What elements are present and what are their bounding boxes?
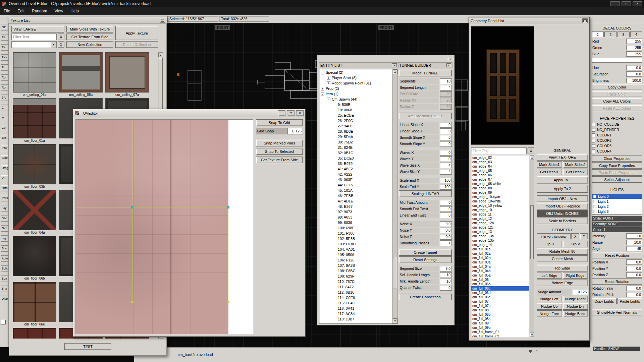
new-collection-button[interactable]: New Collection xyxy=(66,41,113,48)
nudge-up-button[interactable]: Nudge Up xyxy=(537,303,562,310)
reset-position-button[interactable]: Reset Position xyxy=(592,252,642,258)
left-toolbar-item[interactable]: Ligh xyxy=(1,235,8,242)
entity-tree-item[interactable]: 29: 5D4A xyxy=(320,134,392,139)
decal-list-item[interactable]: om_full_08c xyxy=(471,317,529,321)
maximize-icon[interactable]: □ xyxy=(287,110,294,116)
scale-to-borders-button[interactable]: Scale to Borders xyxy=(537,218,588,224)
scroll-up-icon[interactable] xyxy=(158,53,163,57)
menu-item[interactable]: Random xyxy=(28,7,51,15)
entity-tree-item[interactable]: 111: 8472 xyxy=(320,284,392,290)
entity-tree-item[interactable]: 116: 0A41 xyxy=(320,306,392,311)
tunnel-builder-titlebar[interactable]: TUNNEL BUILDER × xyxy=(398,62,452,68)
texture-thumbnail[interactable] xyxy=(105,52,149,93)
float-icon[interactable] xyxy=(582,18,588,23)
create-tunnel-button[interactable]: Create Tunnel xyxy=(399,249,452,256)
uv-editor-titlebar[interactable]: UVEditor − □ × xyxy=(73,109,305,117)
checkbox[interactable] xyxy=(592,139,595,142)
entity-tree-item[interactable]: 27: 94F0 xyxy=(320,123,392,129)
texture-thumbnail[interactable] xyxy=(13,236,56,276)
decal-view-button[interactable]: View: TEXTURE xyxy=(537,154,588,161)
flip-x-button[interactable]: X xyxy=(571,233,579,239)
decal-list-item[interactable]: om_edge_11 xyxy=(471,212,529,217)
texture-thumbnail[interactable] xyxy=(13,328,56,339)
entity-tree-item[interactable]: 43: 063E xyxy=(320,177,392,182)
texture-thumbnail[interactable] xyxy=(13,52,56,93)
value-box[interactable]: 4 xyxy=(440,169,452,175)
checkbox[interactable] xyxy=(592,144,595,148)
apply-texture-button[interactable]: Apply Texture xyxy=(115,26,158,40)
value-box[interactable]: 10.0 xyxy=(626,240,642,245)
value-box[interactable]: 0 xyxy=(440,285,452,291)
decal-color-tab[interactable]: 3 xyxy=(618,32,630,37)
decal-list-item[interactable]: om_full_07a xyxy=(471,304,529,308)
decal-list-item[interactable]: om_full_07 xyxy=(471,299,529,304)
float-icon[interactable] xyxy=(160,18,165,23)
value-box[interactable]: 0 xyxy=(440,122,452,128)
chevron-down-icon[interactable] xyxy=(51,42,56,48)
checkbox[interactable] xyxy=(593,205,596,208)
decal-list-item[interactable]: om_edge_02 xyxy=(471,156,529,160)
decal-list-item[interactable]: om_full_frame_02 xyxy=(471,334,529,337)
left-toolbar-item[interactable]: CoF xyxy=(1,125,8,131)
decal-list-item[interactable]: om_full_04a xyxy=(471,264,529,269)
light-security-row[interactable]: Security: NONE xyxy=(592,222,642,227)
texture-thumbnail[interactable] xyxy=(13,282,56,322)
value-box[interactable]: 10 xyxy=(440,272,452,278)
value-box[interactable]: 1 xyxy=(440,240,452,246)
scroll-down-icon[interactable] xyxy=(530,332,534,337)
texture-cell[interactable]: om_floor_06b xyxy=(11,236,58,281)
uv-handle[interactable] xyxy=(227,301,229,303)
left-toolbar-item[interactable]: Disp xyxy=(1,296,8,302)
texture-cell[interactable]: om_floor_04a xyxy=(11,190,58,235)
menu-item[interactable]: Edit xyxy=(14,7,28,15)
entity-tree-item[interactable]: + Player Start (8) xyxy=(320,75,392,80)
top-edge-button[interactable]: Top Edge xyxy=(537,265,588,272)
left-toolbar-item[interactable]: Drag xyxy=(1,165,8,171)
maximize-icon[interactable]: □ xyxy=(622,1,631,6)
arc-direction-button[interactable]: Arc Direction: RIGHT xyxy=(399,113,452,119)
texture-cell[interactable]: om_ceiling_06a xyxy=(58,52,104,97)
decal-list-item[interactable]: om_full_02b xyxy=(471,256,529,260)
close-icon[interactable]: × xyxy=(633,1,642,6)
tree-expander-icon[interactable]: - xyxy=(321,71,324,74)
decal-list-item[interactable]: om_full_01a xyxy=(471,247,529,251)
checkbox[interactable] xyxy=(593,195,596,198)
tree-expander-icon[interactable]: + xyxy=(327,81,330,85)
value-box[interactable]: 0 xyxy=(440,135,452,140)
entity-tree-item[interactable]: 45: 101A xyxy=(320,188,392,193)
tree-expander-icon[interactable]: - xyxy=(321,92,324,96)
value-box[interactable]: 100.0 xyxy=(626,78,642,83)
face-property-row[interactable]: COLOR4 xyxy=(592,148,642,154)
left-toolbar-item[interactable]: 2-V xyxy=(1,95,8,101)
left-toolbar-item[interactable]: Pas xyxy=(1,54,8,61)
entity-tree-item[interactable]: 30: 75D2 xyxy=(320,139,392,145)
entity-tree-item[interactable]: 99: 6039 xyxy=(320,220,392,225)
reset-rotation-button[interactable]: Reset Rotation xyxy=(592,278,642,285)
entity-tree-item[interactable]: + Prop (2) xyxy=(320,86,392,91)
scroll-up-icon[interactable] xyxy=(530,155,534,160)
value-box[interactable]: 0.0 xyxy=(626,272,642,278)
entity-tree-item[interactable]: 101: F300 xyxy=(320,231,392,236)
decal-list-item[interactable]: om_full_05a xyxy=(471,273,529,278)
entity-tree-item[interactable]: 112: 6B16 xyxy=(320,290,392,295)
light-list-item[interactable]: Light 2 xyxy=(592,204,642,209)
left-toolbar-item[interactable]: Spa xyxy=(1,276,8,282)
entity-tree-item[interactable]: 114: C0E6 xyxy=(320,295,392,300)
value-box[interactable]: 10 xyxy=(440,78,452,84)
decal-color-tab[interactable]: 4 xyxy=(630,32,642,37)
flip-u-button[interactable]: Flip U xyxy=(537,241,562,247)
filter-clear-button[interactable]: X xyxy=(58,34,64,40)
checkbox[interactable] xyxy=(593,210,596,213)
texture-cell[interactable]: om_floor_01a xyxy=(11,98,58,143)
entity-tree-item[interactable]: 107: 9A3B xyxy=(320,263,392,268)
left-toolbar-item[interactable]: Sna xyxy=(1,286,8,292)
value-box[interactable]: 0.0 xyxy=(626,286,642,291)
entity-tree-item[interactable]: 105: 0506 xyxy=(320,252,392,257)
entity-tree-item[interactable]: 26: 2F0C xyxy=(320,118,392,123)
apply-to-2-button[interactable]: Apply To 2 xyxy=(537,185,588,193)
value-box[interactable]: 1.0 xyxy=(626,233,642,239)
decal-list-item[interactable]: om_edge_10-yellow xyxy=(471,203,529,208)
decal-list-item[interactable]: om_full_08b xyxy=(471,312,529,317)
decal-list-item[interactable]: om_edge_08 xyxy=(471,186,529,190)
value-box[interactable]: 255 xyxy=(626,51,642,57)
